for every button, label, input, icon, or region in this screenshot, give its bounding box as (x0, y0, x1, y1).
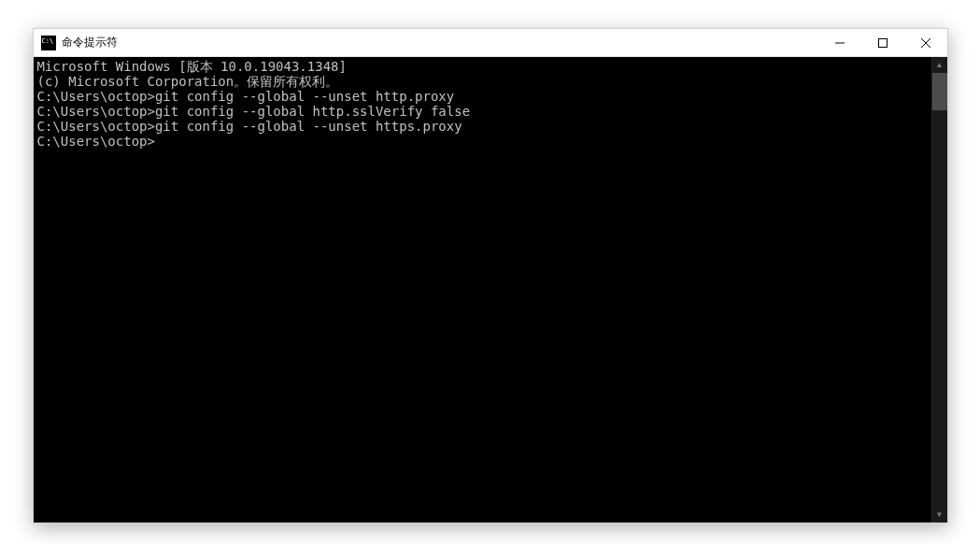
terminal-line: C:\Users\octop>git config --global http.… (37, 104, 928, 119)
terminal-line: C:\Users\octop>git config --global --uns… (37, 89, 928, 104)
scroll-down-arrow-icon[interactable]: ▼ (932, 507, 947, 523)
minimize-button[interactable] (818, 29, 861, 56)
prompt-command: git config --global --unset http.proxy (155, 89, 454, 104)
prompt-path: C:\Users\octop> (37, 119, 155, 134)
terminal-line: (c) Microsoft Corporation。保留所有权利。 (37, 74, 928, 89)
terminal-line: Microsoft Windows [版本 10.0.19043.1348] (37, 59, 928, 74)
command-prompt-window: 命令提示符 Microsoft Windows [版本 10.0.19043.1… (33, 28, 948, 523)
prompt-command: git config --global --unset https.proxy (155, 119, 462, 134)
close-button[interactable] (904, 29, 947, 56)
prompt-path: C:\Users\octop> (37, 134, 155, 149)
terminal-line: C:\Users\octop>git config --global --uns… (37, 119, 928, 134)
window-title: 命令提示符 (62, 35, 818, 50)
scrollbar-thumb[interactable] (932, 73, 947, 110)
window-controls (818, 29, 947, 56)
prompt-path: C:\Users\octop> (37, 89, 155, 104)
terminal-line: C:\Users\octop> (37, 134, 928, 149)
cmd-icon (41, 36, 56, 50)
titlebar[interactable]: 命令提示符 (34, 29, 947, 57)
vertical-scrollbar[interactable]: ▲ ▼ (931, 57, 947, 523)
terminal-area: Microsoft Windows [版本 10.0.19043.1348](c… (34, 57, 947, 523)
scroll-up-arrow-icon[interactable]: ▲ (932, 57, 947, 73)
maximize-button[interactable] (861, 29, 904, 56)
terminal-content[interactable]: Microsoft Windows [版本 10.0.19043.1348](c… (34, 57, 931, 523)
svg-rect-1 (878, 38, 887, 47)
prompt-command: git config --global http.sslVerify false (155, 104, 470, 119)
prompt-path: C:\Users\octop> (37, 104, 155, 119)
